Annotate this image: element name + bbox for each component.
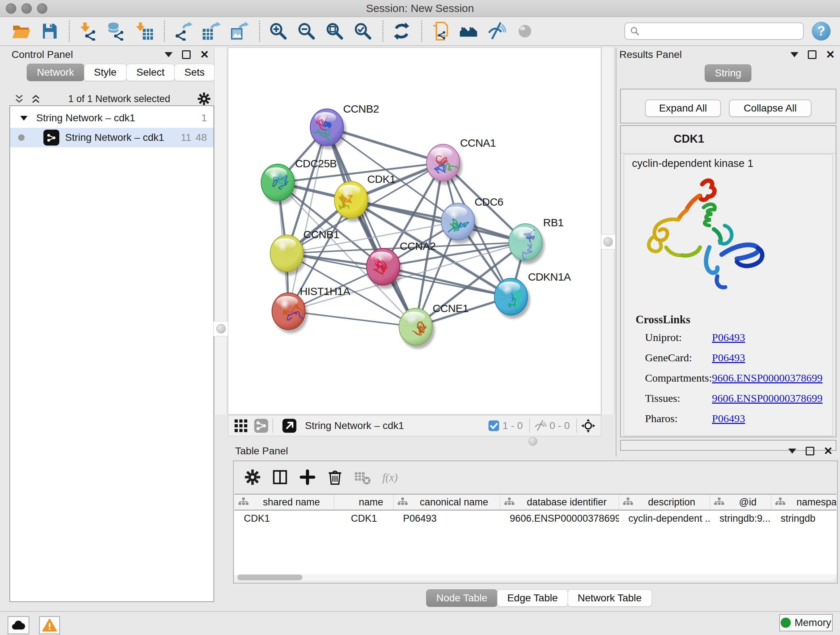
network-row[interactable]: String Network – cdk1 11 48: [10, 128, 213, 147]
right-splitter[interactable]: [601, 48, 614, 415]
network-node-CDC25B[interactable]: CDC25B: [261, 157, 337, 204]
panel-menu-icon[interactable]: [788, 448, 796, 454]
column-header-database-identifier[interactable]: database identifier: [500, 494, 619, 510]
splitter-handle[interactable]: [216, 324, 226, 333]
table-cell[interactable]: CDK1: [334, 513, 393, 524]
birdseye-button[interactable]: [513, 19, 537, 43]
gear-icon[interactable]: [197, 92, 211, 106]
search-box[interactable]: [624, 22, 804, 40]
zoom-fit-button[interactable]: [323, 19, 346, 43]
network-node-RB1[interactable]: RB1: [508, 217, 564, 265]
table-cell[interactable]: stringdb: [771, 513, 836, 524]
table-cell[interactable]: cyclin-dependent ...: [619, 513, 710, 524]
column-header-shared-name[interactable]: shared name: [234, 494, 334, 510]
column-header-name[interactable]: name: [334, 494, 393, 510]
delete-column-button[interactable]: [325, 467, 345, 487]
panel-float-icon[interactable]: [808, 50, 816, 59]
save-button[interactable]: [38, 19, 61, 43]
splitter-handle[interactable]: [603, 237, 613, 247]
delete-table-button[interactable]: [352, 467, 373, 487]
home-button[interactable]: [457, 19, 480, 43]
network-node-HIST1H1A[interactable]: HIST1H1A: [272, 285, 350, 333]
export-image-button[interactable]: [228, 19, 251, 43]
expand-all-icon[interactable]: [30, 93, 41, 104]
tab-node-table[interactable]: Node Table: [426, 589, 497, 607]
share-view-icon[interactable]: [254, 418, 269, 433]
expand-all-button[interactable]: Expand All: [645, 100, 721, 117]
zoom-in-button[interactable]: [267, 19, 290, 43]
crosslink-value-link[interactable]: P06493: [712, 331, 745, 344]
network-node-CCNE1[interactable]: CCNE1: [399, 302, 469, 349]
left-splitter[interactable]: [214, 48, 227, 415]
panel-close-icon[interactable]: ✕: [824, 448, 833, 455]
table-cell[interactable]: 9606.ENSP00000378699: [500, 513, 619, 524]
table-cell[interactable]: stringdb:9...: [710, 513, 771, 524]
tab-select[interactable]: Select: [126, 64, 175, 81]
collapse-all-button[interactable]: Collapse All: [729, 100, 812, 117]
hidden-eye-icon[interactable]: [534, 419, 546, 432]
scrollbar-thumb[interactable]: [237, 575, 302, 580]
help-button[interactable]: ?: [812, 22, 831, 41]
network-node-CCNB2[interactable]: CCNB2: [310, 103, 379, 149]
status-bar: Memory: [0, 611, 840, 635]
network-node-CDC6[interactable]: CDC6: [441, 196, 503, 244]
fx-button[interactable]: f(x): [380, 467, 400, 487]
network-node-CDKN1A[interactable]: CDKN1A: [494, 271, 571, 319]
tab-edge-table[interactable]: Edge Table: [497, 589, 568, 607]
network-node-CCNA1[interactable]: CCNA1: [426, 137, 496, 185]
tree-expand-icon[interactable]: [20, 116, 27, 120]
column-header-description[interactable]: description: [619, 494, 710, 510]
layout-refresh-button[interactable]: [390, 19, 413, 43]
network-collection-row[interactable]: String Network – cdk1 1: [10, 108, 213, 128]
crosshair-icon[interactable]: [581, 418, 596, 433]
network-label: String Network – cdk1: [65, 132, 164, 143]
warning-button[interactable]: [39, 616, 60, 634]
panel-menu-icon[interactable]: [790, 52, 798, 57]
zoom-out-button[interactable]: [295, 19, 318, 43]
tab-sets[interactable]: Sets: [174, 64, 215, 81]
panel-close-icon[interactable]: ✕: [200, 51, 209, 58]
network-edge-CCNB2-HIST1H1A[interactable]: [289, 127, 327, 311]
add-column-button[interactable]: [297, 467, 317, 487]
clone-network-button[interactable]: [429, 19, 452, 43]
network-selection-status: 1 of 1 Network selected: [41, 93, 197, 105]
grid-view-icon[interactable]: [233, 418, 248, 433]
crosslink-value-link[interactable]: 9606.ENSP00000378699: [712, 372, 823, 384]
crosslink-value-link[interactable]: P06493: [712, 412, 745, 424]
column-header-namespace[interactable]: namespace: [771, 494, 836, 510]
horizontal-scrollbar[interactable]: [235, 574, 836, 581]
import-network-button[interactable]: [76, 19, 99, 43]
open-folder-button[interactable]: [9, 19, 33, 43]
crosslink-value-link[interactable]: 9606.ENSP00000378699: [712, 392, 823, 404]
panel-menu-icon[interactable]: [164, 52, 172, 57]
open-in-new-icon[interactable]: [282, 418, 297, 433]
tab-string[interactable]: String: [705, 65, 752, 82]
gear-button[interactable]: [242, 467, 263, 487]
tab-network[interactable]: Network: [27, 64, 84, 81]
zoom-selected-button[interactable]: [351, 19, 374, 43]
column-header-canonical-name[interactable]: canonical name: [393, 494, 500, 510]
search-input[interactable]: [640, 25, 799, 37]
memory-button[interactable]: Memory: [779, 614, 833, 631]
panel-close-icon[interactable]: ✕: [826, 51, 835, 58]
export-table-button[interactable]: [200, 19, 223, 43]
table-cell[interactable]: P06493: [393, 513, 500, 524]
panel-float-icon[interactable]: [182, 50, 191, 59]
table-row[interactable]: CDK1CDK1P064939606.ENSP00000378699cyclin…: [234, 510, 836, 526]
hide-details-button[interactable]: [485, 19, 508, 43]
table-column-icon: [504, 497, 515, 508]
panel-float-icon[interactable]: [806, 447, 814, 455]
tab-network-table[interactable]: Network Table: [568, 589, 652, 607]
table-cell[interactable]: CDK1: [234, 513, 334, 524]
columns-button[interactable]: [270, 467, 290, 487]
import-database-button[interactable]: [104, 19, 128, 43]
import-table-button[interactable]: [133, 19, 156, 43]
collapse-all-icon[interactable]: [14, 93, 25, 104]
column-header-@id[interactable]: @id: [710, 494, 771, 510]
export-network-button[interactable]: [172, 19, 195, 43]
network-canvas[interactable]: CCNB2CCNA1CDC25BCDK1CDC6RB1CCNB1CCNA2CDK…: [228, 48, 601, 414]
crosslink-value-link[interactable]: P06493: [712, 352, 745, 364]
tab-style[interactable]: Style: [84, 64, 126, 81]
selected-checkbox[interactable]: [488, 420, 500, 432]
cloud-button[interactable]: [8, 616, 29, 634]
